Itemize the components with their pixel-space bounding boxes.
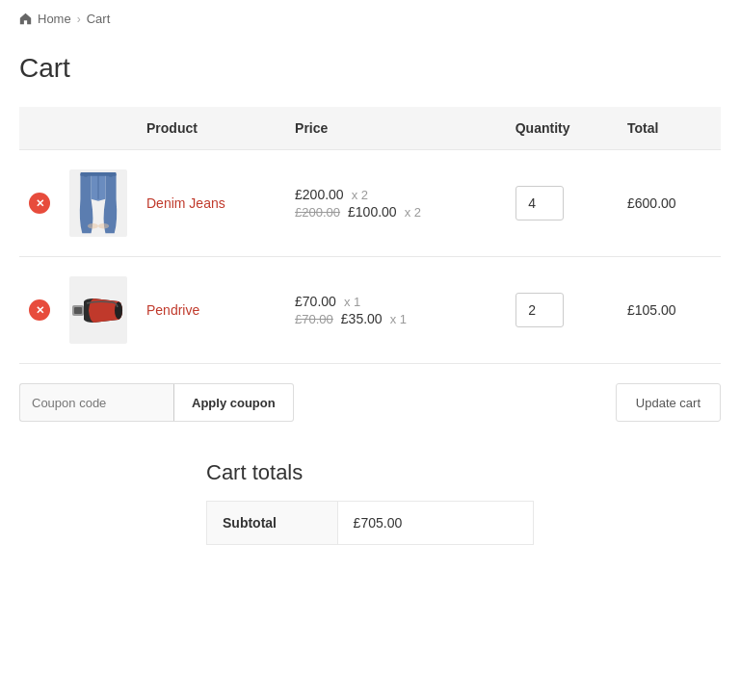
product-name-cell-pendrive: Pendrive: [137, 257, 285, 364]
quantity-input-jeans[interactable]: [515, 186, 564, 220]
price-original-jeans: £200.00: [295, 187, 344, 202]
image-cell-jeans: [60, 150, 137, 257]
total-cell-jeans: £600.00: [618, 150, 721, 257]
th-quantity: Quantity: [506, 107, 618, 150]
multiplier1-pendrive: x 1: [344, 295, 360, 309]
total-price-jeans: £600.00: [627, 195, 676, 211]
breadcrumb-home[interactable]: Home: [38, 12, 71, 26]
jeans-svg: [73, 172, 123, 235]
total-cell-pendrive: £105.00: [618, 257, 721, 364]
remove-cell: [19, 257, 60, 364]
table-header-row: Product Price Quantity Total: [19, 107, 721, 150]
price-sale-pendrive: £70.00: [295, 312, 333, 326]
svg-rect-5: [80, 172, 116, 176]
page-title: Cart: [19, 53, 721, 84]
multiplier2-jeans: x 2: [405, 205, 421, 220]
table-row: Denim Jeans £200.00 x 2 £200.00 £100.00 …: [19, 150, 721, 257]
coupon-input[interactable]: [19, 383, 173, 422]
remove-button-pendrive[interactable]: [29, 299, 50, 321]
svg-point-7: [98, 222, 109, 228]
th-total: Total: [618, 107, 721, 150]
cart-totals-title: Cart totals: [206, 460, 534, 485]
svg-point-6: [88, 222, 98, 228]
cart-actions: Apply coupon Update cart: [19, 383, 721, 422]
product-image-pendrive: [69, 276, 127, 344]
remove-icon-jeans: [29, 193, 50, 214]
th-remove: [19, 107, 60, 150]
update-cart-button[interactable]: Update cart: [616, 383, 721, 422]
coupon-form: Apply coupon: [19, 383, 294, 422]
price-cell-jeans: £200.00 x 2 £200.00 £100.00 x 2: [285, 150, 506, 257]
price-row-1-pendrive: £70.00 x 1: [295, 294, 496, 309]
price-original-pendrive: £70.00: [295, 294, 336, 309]
th-price: Price: [285, 107, 506, 150]
remove-cell: [19, 150, 60, 257]
price-row-1-jeans: £200.00 x 2: [295, 187, 496, 202]
price-row-2-pendrive: £70.00 £35.00 x 1: [295, 311, 496, 326]
price-sale-jeans: £200.00: [295, 205, 340, 220]
svg-rect-9: [74, 307, 82, 314]
subtotal-row: Subtotal £705.00: [207, 502, 534, 545]
product-link-pendrive[interactable]: Pendrive: [146, 302, 199, 318]
breadcrumb-current: Cart: [87, 12, 111, 26]
price-block-pendrive: £70.00 x 1 £70.00 £35.00 x 1: [295, 294, 496, 326]
breadcrumb-separator: ›: [77, 13, 81, 26]
totals-table: Subtotal £705.00: [206, 501, 534, 545]
image-cell-pendrive: [60, 257, 137, 364]
cart-table: Product Price Quantity Total: [19, 107, 721, 364]
price-discounted-pendrive: £35.00: [341, 311, 383, 326]
table-row: Pendrive £70.00 x 1 £70.00 £35.00 x 1: [19, 257, 721, 364]
pendrive-svg: [72, 289, 125, 332]
price-row-2-jeans: £200.00 £100.00 x 2: [295, 204, 496, 220]
price-block-jeans: £200.00 x 2 £200.00 £100.00 x 2: [295, 187, 496, 220]
multiplier2-pendrive: x 1: [390, 312, 407, 326]
th-product: Product: [137, 107, 285, 150]
cart-totals-section: Cart totals Subtotal £705.00: [187, 460, 553, 545]
quantity-cell-pendrive: [506, 257, 618, 364]
quantity-cell-jeans: [506, 150, 618, 257]
quantity-input-pendrive[interactable]: [515, 293, 564, 327]
th-image: [60, 107, 137, 150]
breadcrumb: Home › Cart: [19, 0, 721, 38]
product-image-jeans: [69, 169, 127, 237]
remove-button-jeans[interactable]: [29, 193, 50, 214]
subtotal-value: £705.00: [337, 502, 533, 545]
subtotal-label: Subtotal: [207, 502, 338, 545]
product-link-jeans[interactable]: Denim Jeans: [146, 195, 225, 211]
multiplier1-jeans: x 2: [352, 188, 368, 202]
remove-icon-pendrive: [29, 299, 50, 321]
price-cell-pendrive: £70.00 x 1 £70.00 £35.00 x 1: [285, 257, 506, 364]
apply-coupon-button[interactable]: Apply coupon: [173, 383, 294, 422]
price-discounted-jeans: £100.00: [348, 204, 397, 220]
total-price-pendrive: £105.00: [627, 302, 676, 318]
product-name-cell-jeans: Denim Jeans: [137, 150, 285, 257]
home-icon: [19, 13, 32, 25]
